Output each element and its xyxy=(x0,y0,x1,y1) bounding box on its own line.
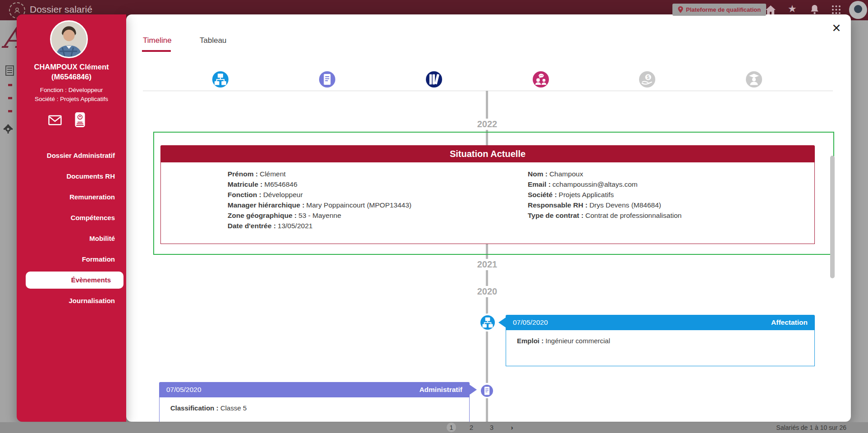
info-row: Nom :Champoux xyxy=(528,169,681,179)
sidebar-item-competences[interactable]: Compétences xyxy=(17,207,115,228)
pagination-page-2[interactable]: 2 xyxy=(466,422,476,433)
event-card-arrow xyxy=(470,385,477,395)
background-list-bullet xyxy=(8,110,12,112)
info-row: Manager hiérarchique :Mary Poppaincourt … xyxy=(228,200,411,210)
timeline-node-affectation[interactable] xyxy=(479,313,497,332)
employee-matricule: (M6546846) xyxy=(17,73,126,81)
modal-scrollbar-thumb[interactable] xyxy=(830,156,835,278)
year-label-2020: 2020 xyxy=(473,286,502,297)
situation-right-column: Nom :Champoux Email :cchampoussin@altays… xyxy=(528,169,681,221)
close-icon[interactable]: ✕ xyxy=(828,20,845,36)
location-pin-icon xyxy=(678,6,683,13)
background-list-bullet xyxy=(8,84,12,86)
event-category: Affectation xyxy=(771,315,808,330)
tab-tableau[interactable]: Tableau xyxy=(200,36,227,45)
situation-card-body: Prénom :Clément Matricule :M6546846 Fonc… xyxy=(160,162,815,244)
situation-card: Situation Actuelle Prénom :Clément Matri… xyxy=(160,145,815,244)
event-card-affectation[interactable]: 07/05/2020 Affectation Emploi : Ingénieu… xyxy=(506,315,815,366)
event-date: 07/05/2020 xyxy=(513,315,548,330)
event-date: 07/05/2020 xyxy=(166,382,201,397)
info-row: Société :Projets Applicatifs xyxy=(528,189,681,200)
formation-books-icon[interactable] xyxy=(426,71,442,88)
info-row: Fonction :Développeur xyxy=(228,189,411,200)
sidebar-item-mobilite[interactable]: Mobilité xyxy=(17,228,115,249)
sidebar-item-journalisation[interactable]: Journalisation xyxy=(17,290,115,311)
info-row: Prénom :Clément xyxy=(228,169,411,179)
platform-badge[interactable]: Plateforme de qualification xyxy=(672,4,766,16)
apps-grid-icon[interactable] xyxy=(831,5,841,16)
event-card-header: 07/05/2020 Affectation xyxy=(506,315,815,330)
pagination-next-icon[interactable]: › xyxy=(507,422,517,433)
diplome-graduate-icon[interactable] xyxy=(746,71,762,88)
app-title: Dossier salarié xyxy=(30,4,92,15)
event-card-administratif[interactable]: 07/05/2020 Administratif Classification … xyxy=(159,382,470,422)
affectation-sitemap-icon[interactable] xyxy=(212,71,228,88)
remuneration-hand-dollar-icon[interactable]: $ xyxy=(639,71,655,88)
info-row: Responsable RH :Drys Devens (M84684) xyxy=(528,200,681,210)
background-footer-bar: 1 2 3 › Salariés de 1 à 10 sur 26 xyxy=(0,422,868,433)
platform-badge-label: Plateforme de qualification xyxy=(686,6,761,13)
event-card-body: Emploi : Ingénieur commercial xyxy=(506,330,815,366)
entretien-people-chat-icon[interactable] xyxy=(533,71,549,88)
bell-icon[interactable] xyxy=(810,5,819,17)
sidebar-item-formation[interactable]: Formation xyxy=(17,249,115,270)
employee-events-modal: Timeline Tableau ✕ $ xyxy=(126,14,851,422)
year-label-2022: 2022 xyxy=(473,119,502,130)
info-row: Type de contrat :Contrat de professionna… xyxy=(528,210,681,221)
event-card-body: Classification : Classe 5 xyxy=(159,397,470,422)
records-summary: Salariés de 1 à 10 sur 26 xyxy=(776,422,846,433)
email-envelope-icon[interactable] xyxy=(47,114,63,128)
active-tab-underline xyxy=(142,50,171,52)
avatar-silhouette xyxy=(854,5,862,13)
year-label-2021: 2021 xyxy=(473,259,502,270)
sidebar-item-documents-rh[interactable]: Documents RH xyxy=(17,166,115,187)
id-badge-icon[interactable] xyxy=(74,112,86,129)
background-document-icon xyxy=(5,65,14,76)
background-list-bullet xyxy=(8,97,12,99)
pagination-page-3[interactable]: 3 xyxy=(487,422,497,433)
employee-function: Fonction : Développeur xyxy=(17,87,126,93)
screen: Dossier salarié Plateforme de qualificat… xyxy=(0,0,868,433)
employee-name: CHAMPOUX Clément xyxy=(17,63,126,71)
event-card-header: 07/05/2020 Administratif xyxy=(159,382,470,397)
info-row: Email :cchampoussin@altays.com xyxy=(528,179,681,189)
administratif-document-icon[interactable] xyxy=(319,71,335,88)
star-icon[interactable]: ★ xyxy=(788,4,797,14)
situation-card-title: Situation Actuelle xyxy=(160,145,815,162)
situation-left-column: Prénom :Clément Matricule :M6546846 Fonc… xyxy=(228,169,411,231)
svg-text:$: $ xyxy=(647,74,650,80)
employee-company: Société : Projets Applicatifs xyxy=(17,96,126,102)
info-row: Date d'entrée :13/05/2021 xyxy=(228,221,411,231)
pagination-page-1[interactable]: 1 xyxy=(447,423,456,432)
sidebar-item-evenements-active[interactable]: Évènements xyxy=(26,272,123,289)
employee-sidebar: CHAMPOUX Clément (M6546846) Fonction : D… xyxy=(17,14,126,422)
timeline-node-administratif[interactable] xyxy=(479,383,494,398)
event-category: Administratif xyxy=(419,382,462,397)
tab-timeline[interactable]: Timeline xyxy=(143,36,172,45)
home-icon[interactable] xyxy=(765,5,776,17)
sidebar-item-dossier-administratif[interactable]: Dossier Administratif xyxy=(17,145,115,166)
employee-photo xyxy=(50,20,88,58)
user-avatar[interactable] xyxy=(849,1,867,19)
background-gear-icon xyxy=(3,124,14,136)
info-row: Zone géographique :53 - Mayenne xyxy=(228,210,411,221)
info-row: Matricule :M6546846 xyxy=(228,179,411,189)
sidebar-item-remuneration[interactable]: Remuneration xyxy=(17,187,115,207)
event-card-arrow xyxy=(498,318,506,327)
